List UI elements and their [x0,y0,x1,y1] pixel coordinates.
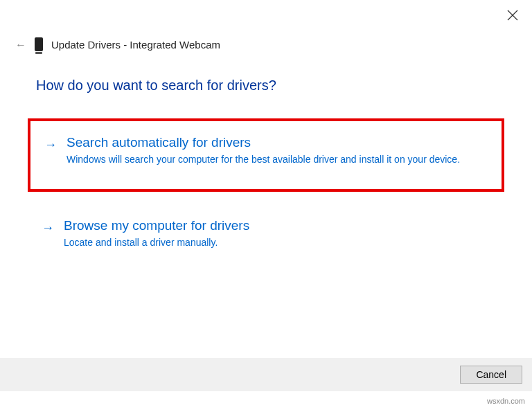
option-search-automatically[interactable]: → Search automatically for drivers Windo… [28,118,504,192]
watermark: wsxdn.com [487,397,525,405]
footer: Cancel [0,358,532,391]
option-browse-computer[interactable]: → Browse my computer for drivers Locate … [28,208,504,264]
option-title: Search automatically for drivers [66,135,488,150]
arrow-right-icon: → [42,218,54,235]
header: ← Update Drivers - Integrated Webcam [0,24,532,51]
back-arrow-icon[interactable]: ← [15,37,26,51]
option-title: Browse my computer for drivers [64,218,490,233]
dialog-title: Update Drivers - Integrated Webcam [51,39,220,51]
arrow-right-icon: → [44,135,57,152]
option-description: Locate and install a driver manually. [64,236,490,250]
device-icon [35,37,43,51]
main-question: How do you want to search for drivers? [0,51,532,93]
close-button[interactable] [507,10,518,21]
option-description: Windows will search your computer for th… [66,153,488,167]
cancel-button[interactable]: Cancel [460,366,522,384]
